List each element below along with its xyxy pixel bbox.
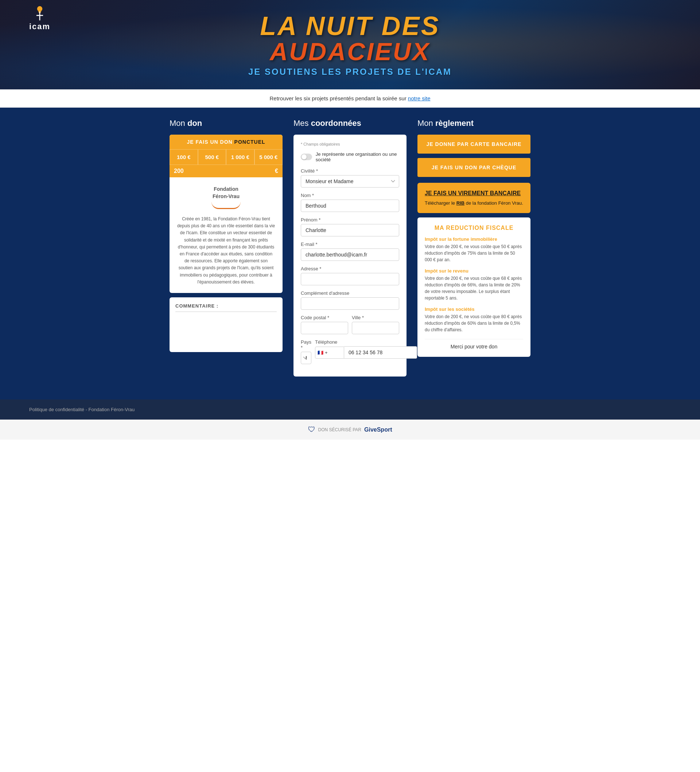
reduction-is: Impôt sur les sociétés Votre don de 200 … — [425, 306, 523, 333]
postal-ville-row: Code postal * Ville * — [301, 315, 399, 339]
org-toggle[interactable] — [301, 154, 312, 160]
phone-row: 🇫🇷 + — [315, 346, 417, 359]
org-label: Je représente une organisation ou une so… — [316, 151, 399, 162]
prenom-field: Prénom * — [301, 217, 399, 236]
subtitle-bar: Retrouver les six projets présentés pend… — [0, 89, 700, 108]
amount-100[interactable]: 100 € — [170, 149, 198, 165]
virement-card: JE FAIS UN VIREMENT BANCAIRE Télécharger… — [418, 183, 530, 213]
org-checkbox-row: Je représente une organisation ou une so… — [301, 151, 399, 162]
btn-carte-bancaire[interactable]: JE DONNE PAR CARTE BANCAIRE — [418, 135, 530, 154]
custom-amount-input[interactable] — [174, 168, 272, 174]
flag-icon: 🇫🇷 — [318, 350, 323, 355]
civilite-field: Civilité * Monsieur et Madame Monsieur M… — [301, 168, 399, 188]
reduction-ir-text: Votre don de 200 €, ne vous coûte que 68… — [425, 275, 523, 301]
country-code[interactable]: 🇫🇷 + — [315, 347, 344, 359]
amount-5000[interactable]: 5 000 € — [255, 149, 283, 165]
complement-input[interactable] — [301, 297, 399, 310]
don-header: JE FAIS UN DON PONCTUEL — [170, 135, 282, 149]
nom-field: Nom * — [301, 193, 399, 212]
pays-label: Pays * — [301, 339, 312, 350]
civilite-select[interactable]: Monsieur et Madame Monsieur Madame Autre — [301, 175, 399, 188]
banner-subtitle: JE SOUTIENS LES PROJETS DE L'ICAM — [7, 67, 693, 77]
adresse-field: Adresse * — [301, 266, 399, 285]
reduction-title: MA REDUCTION FISCALE — [425, 225, 523, 231]
telephone-label: Téléphone — [315, 339, 417, 345]
telephone-field: Téléphone 🇫🇷 + — [315, 339, 417, 364]
adresse-label: Adresse * — [301, 266, 399, 272]
amount-1000[interactable]: 1 000 € — [226, 149, 255, 165]
fondation-info: FondationFéron-Vrau Créée en 1981, la Fo… — [170, 177, 282, 293]
reduction-is-title: Impôt sur les sociétés — [425, 306, 523, 312]
banner-content: LA NUIT DES AUDACIEUX JE SOUTIENS LES PR… — [0, 5, 700, 84]
prenom-label: Prénom * — [301, 217, 399, 222]
sport-suffix: Sport — [377, 427, 392, 433]
virement-desc: Télécharger le RIB de la fondation Féron… — [425, 200, 523, 206]
commentaire-section: COMMENTAIRE : — [170, 297, 282, 352]
give-sport-brand: GiveSport — [364, 427, 392, 433]
reduction-ifi: Impôt sur la fortune immobilière Votre d… — [425, 236, 523, 263]
notre-site-link[interactable]: notre site — [408, 95, 431, 101]
pays-field: Pays * France Belgique Suisse Luxembourg… — [301, 339, 312, 364]
coordonnees-section-title: Mes coordonnées — [294, 119, 406, 128]
prenom-input[interactable] — [301, 224, 399, 236]
commentaire-label: COMMENTAIRE : — [175, 303, 277, 312]
coord-card: * Champs obligatoires Je représente une … — [294, 135, 406, 376]
fondation-logo-arc — [212, 202, 241, 209]
shield-icon: 🛡 — [308, 425, 315, 434]
code-postal-field: Code postal * — [301, 315, 348, 334]
email-label: E-mail * — [301, 242, 399, 247]
banner-title-2: AUDACIEUX — [7, 39, 693, 64]
coordonnees-column: Mes coordonnées * Champs obligatoires Je… — [294, 119, 406, 376]
main-content: Mon don JE FAIS UN DON PONCTUEL 100 € 50… — [0, 108, 700, 399]
btn-cheque[interactable]: JE FAIS UN DON PAR CHÈQUE — [418, 158, 530, 177]
secure-text: DON SÉCURISÉ PAR — [318, 427, 361, 432]
adresse-input[interactable] — [301, 273, 399, 285]
banner-title-1: LA NUIT DES — [7, 13, 693, 39]
subtitle-text: Retrouver les six projets présentés pend… — [269, 95, 408, 101]
logo-text: icam — [29, 22, 50, 31]
reglement-column: Mon règlement JE DONNE PAR CARTE BANCAIR… — [418, 119, 530, 376]
virement-title[interactable]: JE FAIS UN VIREMENT BANCAIRE — [425, 190, 523, 197]
reduction-is-text: Votre don de 200 €, ne vous coûte que 80… — [425, 313, 523, 333]
code-postal-input[interactable] — [301, 322, 348, 334]
nom-input[interactable] — [301, 200, 399, 212]
reduction-card: MA REDUCTION FISCALE Impôt sur la fortun… — [418, 218, 530, 357]
pays-select[interactable]: France Belgique Suisse Luxembourg Autre — [301, 352, 312, 364]
reduction-ifi-text: Votre don de 200 €, ne vous coûte que 50… — [425, 243, 523, 263]
code-postal-label: Code postal * — [301, 315, 348, 321]
three-column-layout: Mon don JE FAIS UN DON PONCTUEL 100 € 50… — [29, 119, 671, 376]
footer: Politique de confidentialité - Fondation… — [0, 399, 700, 420]
currency-symbol: € — [275, 168, 278, 174]
complement-field: Complément d'adresse — [301, 290, 399, 310]
email-field: E-mail * — [301, 242, 399, 261]
plus-prefix: + — [325, 350, 328, 355]
custom-amount-row: € — [170, 165, 282, 177]
icam-logo: icam — [29, 5, 50, 31]
footer-secure: 🛡 DON SÉCURISÉ PAR GiveSport — [0, 420, 700, 440]
don-column: Mon don JE FAIS UN DON PONCTUEL 100 € 50… — [170, 119, 282, 376]
don-card: JE FAIS UN DON PONCTUEL 100 € 500 € 1 00… — [170, 135, 282, 293]
civilite-label: Civilité * — [301, 168, 399, 174]
pays-tel-row: Pays * France Belgique Suisse Luxembourg… — [301, 339, 399, 369]
phone-input[interactable] — [344, 346, 417, 359]
merci-text: Merci pour votre don — [425, 339, 523, 350]
banner: icam LA NUIT DES AUDACIEUX JE SOUTIENS L… — [0, 0, 700, 89]
amount-buttons: 100 € 500 € 1 000 € 5 000 € — [170, 149, 282, 165]
reduction-ir: Impôt sur le revenu Votre don de 200 €, … — [425, 268, 523, 301]
fondation-logo-text: FondationFéron-Vrau — [212, 186, 240, 200]
amount-500[interactable]: 500 € — [198, 149, 227, 165]
rib-link[interactable]: RIB — [457, 200, 465, 206]
don-section-title: Mon don — [170, 119, 282, 128]
ville-field: Ville * — [352, 315, 399, 334]
secure-badge: 🛡 DON SÉCURISÉ PAR GiveSport — [308, 425, 392, 434]
ville-input[interactable] — [352, 322, 399, 334]
reglement-section-title: Mon règlement — [418, 119, 530, 128]
fondation-logo: FondationFéron-Vrau — [202, 185, 250, 210]
commentaire-textarea[interactable] — [175, 316, 277, 345]
nom-label: Nom * — [301, 193, 399, 198]
ville-label: Ville * — [352, 315, 399, 321]
required-note: * Champs obligatoires — [301, 142, 399, 146]
reduction-ir-title: Impôt sur le revenu — [425, 268, 523, 274]
email-input[interactable] — [301, 249, 399, 261]
footer-legal: Politique de confidentialité - Fondation… — [29, 407, 135, 412]
